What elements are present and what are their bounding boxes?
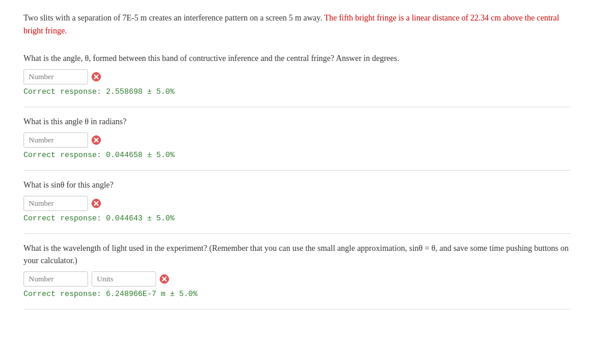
number-input-4[interactable] [23,271,88,287]
question-block-2: What is this angle θ in radians? Correct… [23,107,571,171]
clear-icon-3[interactable] [92,199,101,208]
clear-icon-4[interactable] [160,274,169,284]
input-row-1 [23,69,571,84]
units-input-4[interactable] [92,271,156,287]
clear-icon-2[interactable] [92,135,101,145]
correct-response-4: Correct response: 6.248966E-7 m ± 5.0% [23,290,571,298]
clear-icon-1[interactable] [92,72,101,81]
question-text-2: What is this angle θ in radians? [23,115,571,128]
number-input-1[interactable] [23,69,88,84]
question-block-3: What is sinθ for this angle? Correct res… [23,171,571,234]
question-block-4: What is the wavelength of light used in … [23,234,571,309]
intro-text: Two slits with a separation of 7E-5 m cr… [23,12,571,38]
input-row-2 [23,132,571,148]
question-text-4: What is the wavelength of light used in … [23,242,571,267]
question-text-1: What is the angle, θ, formed between thi… [23,52,571,64]
number-input-2[interactable] [23,132,88,148]
number-input-3[interactable] [23,196,88,211]
input-row-4 [23,271,571,287]
question-text-3: What is sinθ for this angle? [23,179,571,191]
correct-response-1: Correct response: 2.558698 ± 5.0% [23,87,571,96]
correct-response-3: Correct response: 0.044643 ± 5.0% [23,214,571,223]
intro-paragraph: Two slits with a separation of 7E-5 m cr… [23,12,571,38]
intro-highlight: The fifth bright fringe is a linear dist… [23,13,559,35]
input-row-3 [23,196,571,211]
correct-response-2: Correct response: 0.044658 ± 5.0% [23,151,571,159]
question-block-1: What is the angle, θ, formed between thi… [23,44,571,107]
